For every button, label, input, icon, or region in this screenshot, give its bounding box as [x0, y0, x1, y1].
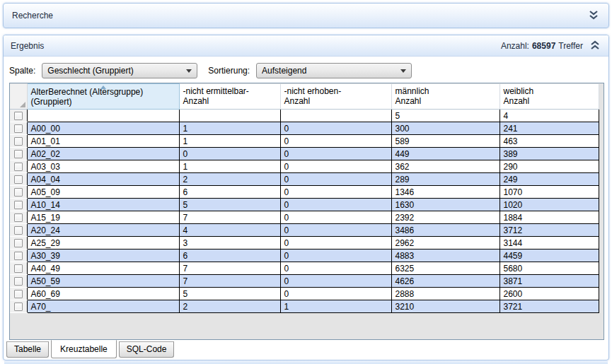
table-cell[interactable]: 2 — [179, 173, 280, 186]
row-checkbox[interactable] — [14, 239, 23, 247]
table-cell[interactable]: 0 — [280, 148, 391, 160]
table-cell[interactable]: 4459 — [500, 249, 599, 262]
table-cell[interactable]: 289 — [391, 173, 500, 186]
table-cell[interactable]: 3721 — [500, 300, 599, 313]
table-cell[interactable]: 3 — [179, 237, 280, 249]
column-header-maennlich[interactable]: männlich Anzahl — [391, 84, 500, 110]
spalte-combobox[interactable]: Geschlecht (Gruppiert) — [42, 63, 197, 78]
table-row[interactable]: A70_2132103721 — [10, 300, 599, 313]
table-cell[interactable]: A70_ — [27, 300, 179, 313]
table-cell[interactable]: A25_29 — [27, 237, 179, 249]
column-header-altersgruppe[interactable]: AlterBerechnet (Altersgruppe) (Gruppiert… — [27, 84, 179, 110]
table-cell[interactable]: 2962 — [391, 237, 500, 249]
table-cell[interactable]: A20_24 — [27, 224, 179, 237]
table-cell[interactable]: 5 — [391, 110, 500, 122]
table-cell[interactable]: 0 — [280, 135, 391, 148]
row-checkbox[interactable] — [14, 150, 23, 158]
column-header-nicht-ermittelbar[interactable]: -nicht ermittelbar- Anzahl — [179, 84, 280, 110]
row-checkbox[interactable] — [14, 290, 23, 298]
table-cell[interactable]: 0 — [280, 199, 391, 211]
table-cell[interactable]: A30_39 — [27, 249, 179, 262]
table-cell[interactable]: 2888 — [391, 288, 500, 300]
table-cell[interactable]: 3144 — [500, 237, 599, 249]
sortierung-combobox[interactable]: Aufsteigend — [256, 63, 412, 78]
tab-sql-code[interactable]: SQL-Code — [119, 341, 175, 358]
table-cell[interactable]: 0 — [280, 160, 391, 173]
table-cell[interactable]: 1630 — [391, 199, 500, 211]
table-cell[interactable]: 7 — [179, 275, 280, 288]
table-cell[interactable]: 4 — [500, 110, 599, 122]
table-row[interactable]: A00_0010300241 — [10, 122, 599, 135]
table-cell[interactable]: 6325 — [391, 262, 500, 275]
table-cell[interactable]: 2392 — [391, 211, 500, 224]
table-row[interactable]: A02_0200449389 — [10, 148, 599, 160]
table-cell[interactable]: 0 — [280, 237, 391, 249]
table-cell[interactable]: 300 — [391, 122, 500, 135]
table-row[interactable]: A60_695028882600 — [10, 288, 599, 300]
row-checkbox[interactable] — [14, 264, 23, 273]
table-cell[interactable]: A01_01 — [27, 135, 179, 148]
row-checkbox[interactable] — [14, 124, 23, 133]
row-checkbox[interactable] — [14, 163, 23, 171]
column-header-weiblich[interactable]: weiblich Anzahl — [500, 84, 599, 110]
table-cell[interactable]: 7 — [179, 211, 280, 224]
table-cell[interactable]: 0 — [280, 173, 391, 186]
table-cell[interactable] — [27, 110, 179, 122]
table-row[interactable]: A30_396048834459 — [10, 249, 599, 262]
table-cell[interactable]: A10_14 — [27, 199, 179, 211]
table-cell[interactable]: 449 — [391, 148, 500, 160]
table-cell[interactable]: 362 — [391, 160, 500, 173]
table-cell[interactable]: 1 — [179, 135, 280, 148]
table-cell[interactable]: 1 — [280, 300, 391, 313]
table-cell[interactable]: 0 — [280, 288, 391, 300]
table-cell[interactable]: 4883 — [391, 249, 500, 262]
row-checkbox[interactable] — [14, 213, 23, 222]
select-all-header-cell[interactable] — [10, 84, 27, 110]
row-checkbox[interactable] — [14, 175, 23, 184]
table-row[interactable]: A01_0110589463 — [10, 135, 599, 148]
table-cell[interactable]: A40_49 — [27, 262, 179, 275]
table-row[interactable]: A04_0420289249 — [10, 173, 599, 186]
table-cell[interactable]: 1 — [179, 122, 280, 135]
table-row[interactable]: A05_096013461070 — [10, 186, 599, 199]
table-cell[interactable]: 1884 — [500, 211, 599, 224]
table-cell[interactable]: 7 — [179, 262, 280, 275]
tab-tabelle[interactable]: Tabelle — [6, 341, 49, 358]
row-checkbox[interactable] — [14, 188, 23, 196]
row-checkbox[interactable] — [14, 252, 23, 260]
table-row[interactable]: A10_145016301020 — [10, 199, 599, 211]
table-row[interactable]: 54 — [10, 110, 599, 122]
table-row[interactable]: A20_244034863712 — [10, 224, 599, 237]
table-cell[interactable] — [179, 110, 280, 122]
table-cell[interactable]: A05_09 — [27, 186, 179, 199]
table-cell[interactable]: 589 — [391, 135, 500, 148]
table-cell[interactable]: 241 — [500, 122, 599, 135]
table-cell[interactable]: A60_69 — [27, 288, 179, 300]
table-cell[interactable]: 0 — [179, 148, 280, 160]
table-cell[interactable]: 3486 — [391, 224, 500, 237]
table-row[interactable]: A15_197023921884 — [10, 211, 599, 224]
table-cell[interactable]: 0 — [280, 262, 391, 275]
collapse-ergebnis-button[interactable] — [589, 40, 601, 52]
table-cell[interactable]: 4 — [179, 224, 280, 237]
table-cell[interactable]: 1346 — [391, 186, 500, 199]
table-cell[interactable]: 6 — [179, 186, 280, 199]
table-cell[interactable]: 0 — [280, 186, 391, 199]
table-cell[interactable]: A02_02 — [27, 148, 179, 160]
table-row[interactable]: A40_497063255680 — [10, 262, 599, 275]
table-cell[interactable]: 1020 — [500, 199, 599, 211]
table-row[interactable]: A25_293029623144 — [10, 237, 599, 249]
table-cell[interactable]: 463 — [500, 135, 599, 148]
row-checkbox[interactable] — [14, 226, 23, 235]
table-cell[interactable]: 0 — [280, 275, 391, 288]
row-checkbox[interactable] — [14, 277, 23, 286]
table-cell[interactable]: A04_04 — [27, 173, 179, 186]
table-row[interactable]: A03_0310362290 — [10, 160, 599, 173]
column-header-nicht-erhoben[interactable]: -nicht erhoben- Anzahl — [280, 84, 391, 110]
table-cell[interactable]: 0 — [280, 224, 391, 237]
table-cell[interactable]: 389 — [500, 148, 599, 160]
row-checkbox[interactable] — [14, 112, 23, 120]
table-cell[interactable]: 290 — [500, 160, 599, 173]
row-checkbox[interactable] — [14, 303, 23, 311]
table-cell[interactable]: A00_00 — [27, 122, 179, 135]
